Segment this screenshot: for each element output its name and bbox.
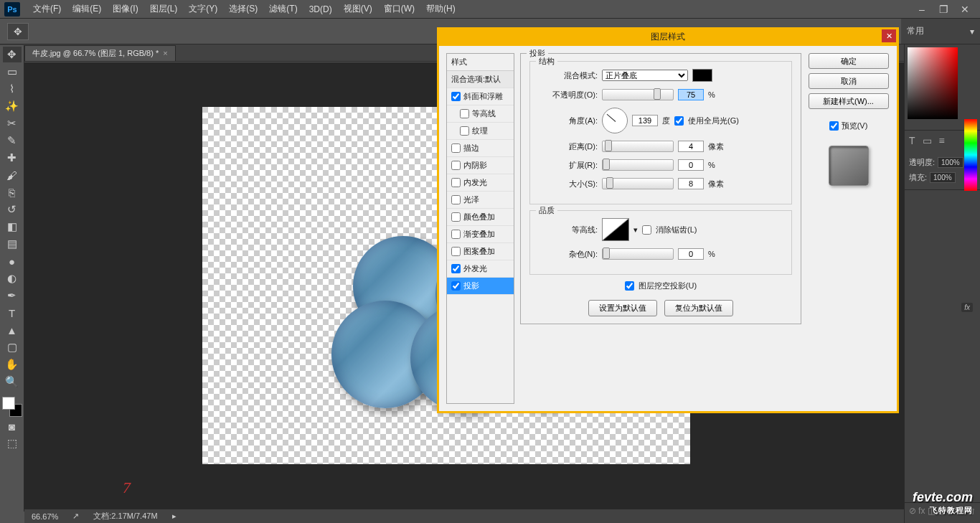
styles-header[interactable]: 样式 <box>447 54 514 71</box>
contour-picker[interactable] <box>602 218 629 241</box>
angle-input[interactable] <box>632 115 658 126</box>
contour-checkbox[interactable] <box>460 109 469 118</box>
hue-ramp[interactable] <box>964 119 977 191</box>
preview-checkbox[interactable] <box>829 121 839 131</box>
distance-input[interactable] <box>678 141 704 152</box>
stroke-checkbox[interactable] <box>451 143 461 153</box>
blend-options-row[interactable]: 混合选项:默认 <box>447 71 514 88</box>
marquee-tool[interactable]: ▭ <box>3 64 22 80</box>
pattern-overlay-checkbox[interactable] <box>451 247 461 256</box>
presets-dropdown[interactable]: 常用 ▾ <box>901 19 980 44</box>
close-button[interactable]: ✕ <box>954 2 976 17</box>
style-texture[interactable]: 纹理 <box>447 123 514 140</box>
crop-tool[interactable]: ✂ <box>3 116 22 131</box>
healing-tool[interactable]: ✚ <box>3 150 22 166</box>
foreground-color[interactable] <box>2 397 15 410</box>
type-icon[interactable]: T <box>909 135 915 146</box>
size-slider[interactable] <box>602 178 674 189</box>
set-default-button[interactable]: 设置为默认值 <box>588 300 657 316</box>
minimize-button[interactable]: – <box>911 2 933 17</box>
layer-fill-value[interactable]: 100% <box>930 172 956 183</box>
texture-checkbox[interactable] <box>460 126 469 136</box>
close-tab-icon[interactable]: × <box>163 49 167 57</box>
noise-slider[interactable] <box>602 248 674 260</box>
menu-filter[interactable]: 滤镜(T) <box>263 1 303 17</box>
style-contour[interactable]: 等高线 <box>447 105 514 123</box>
align-icon[interactable]: ≡ <box>939 135 945 146</box>
tool-preset-picker[interactable]: ✥ <box>7 23 29 40</box>
outer-glow-checkbox[interactable] <box>451 264 461 273</box>
paragraph-icon[interactable]: ▭ <box>923 135 932 146</box>
shadow-color-swatch[interactable] <box>692 69 712 82</box>
global-light-checkbox[interactable] <box>674 116 684 126</box>
brush-tool[interactable]: 🖌 <box>3 167 22 183</box>
clone-stamp-tool[interactable]: ⎘ <box>3 184 22 200</box>
eyedropper-tool[interactable]: ✎ <box>3 133 22 149</box>
style-inner-glow[interactable]: 内发光 <box>447 174 514 192</box>
menu-image[interactable]: 图像(I) <box>107 1 143 17</box>
distance-slider[interactable] <box>602 141 674 152</box>
move-tool[interactable]: ✥ <box>3 47 22 62</box>
color-overlay-checkbox[interactable] <box>451 212 461 222</box>
screenmode-tool[interactable]: ⬚ <box>3 435 22 451</box>
gradient-overlay-checkbox[interactable] <box>451 230 461 239</box>
spread-slider[interactable] <box>602 159 674 171</box>
style-inner-shadow[interactable]: 内阴影 <box>447 157 514 174</box>
path-select-tool[interactable]: ▲ <box>3 322 22 338</box>
opacity-slider[interactable] <box>602 89 674 100</box>
style-pattern-overlay[interactable]: 图案叠加 <box>447 243 514 260</box>
zoom-tool[interactable]: 🔍 <box>3 374 22 390</box>
gradient-tool[interactable]: ▤ <box>3 236 22 252</box>
history-brush-tool[interactable]: ↺ <box>3 202 22 217</box>
style-drop-shadow[interactable]: 投影 <box>447 278 514 295</box>
menu-layer[interactable]: 图层(L) <box>144 1 184 17</box>
menu-type[interactable]: 文字(Y) <box>183 1 223 17</box>
menu-select[interactable]: 选择(S) <box>223 1 263 17</box>
layer-opacity-value[interactable]: 100% <box>938 157 963 168</box>
style-stroke[interactable]: 描边 <box>447 140 514 157</box>
menu-edit[interactable]: 编辑(E) <box>67 1 107 17</box>
color-field[interactable] <box>908 47 958 119</box>
menu-view[interactable]: 视图(V) <box>338 1 378 17</box>
angle-dial[interactable] <box>602 108 628 133</box>
eraser-tool[interactable]: ◧ <box>3 219 22 235</box>
reset-default-button[interactable]: 复位为默认值 <box>664 300 733 316</box>
color-swatches[interactable] <box>2 397 22 417</box>
dialog-close-button[interactable]: ✕ <box>882 29 896 42</box>
size-input[interactable] <box>678 178 704 189</box>
style-outer-glow[interactable]: 外发光 <box>447 260 514 278</box>
shape-tool[interactable]: ▢ <box>3 339 22 355</box>
pen-tool[interactable]: ✒ <box>3 288 22 303</box>
style-color-overlay[interactable]: 颜色叠加 <box>447 209 514 226</box>
ok-button[interactable]: 确定 <box>809 53 889 69</box>
dialog-titlebar[interactable]: 图层样式 ✕ <box>437 27 899 46</box>
fx-badge[interactable]: fx <box>961 303 973 312</box>
noise-input[interactable] <box>678 248 704 260</box>
menu-help[interactable]: 帮助(H) <box>420 1 461 17</box>
zoom-level[interactable]: 66.67% <box>32 512 58 521</box>
quickmask-tool[interactable]: ◙ <box>3 418 22 434</box>
lasso-tool[interactable]: ⌇ <box>3 81 22 97</box>
bevel-checkbox[interactable] <box>451 92 461 101</box>
menu-3d[interactable]: 3D(D) <box>303 2 338 17</box>
blend-mode-select[interactable]: 正片叠底 <box>602 70 688 81</box>
magic-wand-tool[interactable]: ✨ <box>3 98 22 114</box>
antialias-checkbox[interactable] <box>642 225 651 235</box>
menu-window[interactable]: 窗口(W) <box>378 1 420 17</box>
cancel-button[interactable]: 取消 <box>809 73 889 89</box>
drop-shadow-checkbox[interactable] <box>451 281 461 291</box>
inner-shadow-checkbox[interactable] <box>451 161 461 170</box>
menu-file[interactable]: 文件(F) <box>27 1 67 17</box>
inner-glow-checkbox[interactable] <box>451 178 461 187</box>
hand-tool[interactable]: ✋ <box>3 357 22 372</box>
document-tab[interactable]: 牛皮.jpg @ 66.7% (图层 1, RGB/8) * × <box>24 45 176 61</box>
dodge-tool[interactable]: ◐ <box>3 270 22 286</box>
style-bevel[interactable]: 斜面和浮雕 <box>447 88 514 105</box>
style-satin[interactable]: 光泽 <box>447 192 514 209</box>
blur-tool[interactable]: ● <box>3 253 22 269</box>
type-tool[interactable]: T <box>3 305 22 321</box>
color-panel[interactable] <box>905 44 980 131</box>
opacity-input[interactable] <box>678 89 704 100</box>
style-gradient-overlay[interactable]: 渐变叠加 <box>447 226 514 243</box>
satin-checkbox[interactable] <box>451 195 461 204</box>
